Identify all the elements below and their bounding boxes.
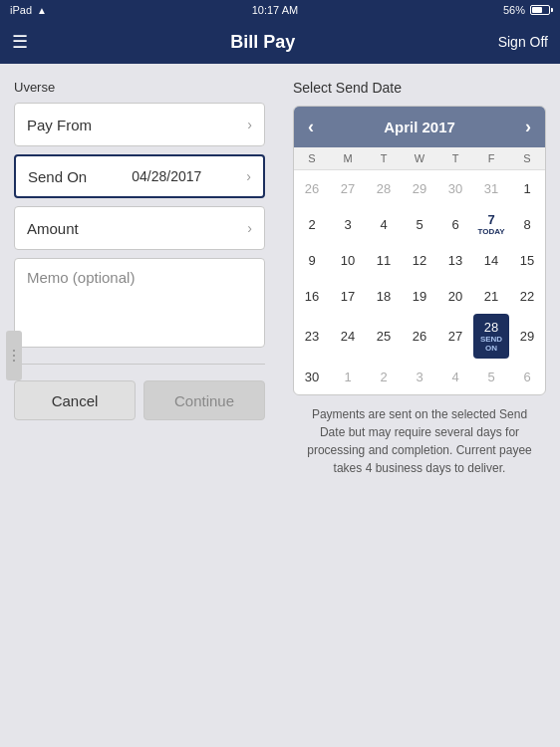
cal-cell[interactable]: 6 — [437, 206, 473, 242]
main-layout: Uverse Pay From › Send On 04/28/2017 › A… — [0, 64, 560, 747]
cal-cell[interactable]: 1 — [330, 359, 366, 394]
battery-percent: 56% — [503, 4, 525, 16]
cal-cell[interactable]: 27 — [330, 170, 366, 206]
day-fri: F — [473, 147, 509, 169]
right-panel: Select Send Date ‹ April 2017 › S M T W … — [279, 64, 560, 747]
cal-cell[interactable]: 5 — [402, 206, 437, 242]
status-bar: iPad ▲ 10:17 AM 56% — [0, 0, 560, 20]
cal-cell[interactable]: 9 — [294, 242, 330, 278]
day-sun: S — [294, 147, 330, 169]
cal-cell[interactable]: 20 — [437, 278, 473, 314]
cal-cell[interactable]: 1 — [509, 170, 545, 206]
today-number: 7 — [487, 212, 494, 227]
today-label: TODAY — [477, 227, 504, 236]
device-label: iPad — [10, 4, 32, 16]
cal-cell[interactable]: 2 — [294, 206, 330, 242]
next-month-button[interactable]: › — [525, 117, 531, 137]
selected-number: 28 — [484, 320, 498, 335]
cal-cell[interactable]: 10 — [330, 242, 366, 278]
page-title: Bill Pay — [230, 32, 295, 53]
cal-cell[interactable]: 6 — [509, 359, 545, 394]
button-row: Cancel Continue — [14, 380, 265, 420]
calendar-grid: 26 27 28 29 30 31 1 2 3 4 5 6 7 TODAY 8 — [294, 170, 545, 394]
wifi-icon: ▲ — [37, 5, 47, 16]
cal-cell-selected[interactable]: 28 SEND ON — [473, 314, 509, 359]
cal-cell[interactable]: 31 — [473, 170, 509, 206]
day-mon: M — [330, 147, 366, 169]
calendar-header: ‹ April 2017 › — [294, 107, 545, 147]
header: ☰ Bill Pay Sign Off — [0, 20, 560, 64]
cal-cell[interactable]: 13 — [437, 242, 473, 278]
prev-month-button[interactable]: ‹ — [308, 117, 314, 137]
cal-cell[interactable]: 30 — [294, 359, 330, 394]
amount-chevron-icon: › — [247, 220, 252, 236]
status-right: 56% — [503, 4, 550, 16]
amount-row[interactable]: Amount › — [14, 206, 265, 250]
cal-cell[interactable]: 23 — [294, 314, 330, 359]
status-left: iPad ▲ — [10, 4, 47, 16]
cal-cell[interactable]: 14 — [473, 242, 509, 278]
calendar: ‹ April 2017 › S M T W T F S 26 27 28 29 — [293, 106, 546, 395]
send-on-chevron-icon: › — [246, 168, 251, 184]
day-tue: T — [366, 147, 402, 169]
cal-cell[interactable]: 12 — [402, 242, 437, 278]
cal-cell[interactable]: 28 — [366, 170, 402, 206]
cal-cell[interactable]: 26 — [402, 314, 437, 359]
cal-cell[interactable]: 4 — [437, 359, 473, 394]
left-panel: Uverse Pay From › Send On 04/28/2017 › A… — [0, 64, 279, 747]
battery-icon — [530, 5, 550, 15]
cal-cell[interactable]: 2 — [366, 359, 402, 394]
amount-label: Amount — [27, 220, 79, 237]
cal-cell[interactable]: 15 — [509, 242, 545, 278]
cal-cell[interactable]: 3 — [330, 206, 366, 242]
calendar-note: Payments are sent on the selected Send D… — [293, 395, 546, 487]
pay-from-label: Pay From — [27, 117, 92, 133]
panel-resize-handle[interactable] — [6, 331, 22, 380]
send-on-badge: SEND ON — [475, 335, 507, 353]
pay-from-chevron-icon: › — [247, 117, 252, 132]
cancel-button[interactable]: Cancel — [14, 380, 136, 420]
section-label: Uverse — [14, 80, 265, 95]
send-on-value: 04/28/2017 — [132, 168, 201, 184]
cal-cell[interactable]: 3 — [402, 359, 437, 394]
cal-cell[interactable]: 29 — [402, 170, 437, 206]
calendar-day-names: S M T W T F S — [294, 147, 545, 170]
cal-cell-today[interactable]: 7 TODAY — [473, 206, 509, 242]
cal-cell[interactable]: 11 — [366, 242, 402, 278]
day-sat: S — [509, 147, 545, 169]
cal-cell[interactable]: 8 — [509, 206, 545, 242]
cal-cell[interactable]: 25 — [366, 314, 402, 359]
memo-field[interactable]: Memo (optional) — [14, 258, 265, 348]
continue-button[interactable]: Continue — [143, 380, 265, 420]
calendar-month-year: April 2017 — [384, 119, 455, 135]
send-on-row[interactable]: Send On 04/28/2017 › — [14, 154, 265, 198]
menu-icon[interactable]: ☰ — [12, 31, 28, 53]
status-time: 10:17 AM — [252, 4, 298, 16]
day-wed: W — [402, 147, 437, 169]
cal-cell[interactable]: 18 — [366, 278, 402, 314]
cal-cell[interactable]: 27 — [437, 314, 473, 359]
cal-cell[interactable]: 30 — [437, 170, 473, 206]
bottom-divider — [14, 364, 265, 365]
cal-cell[interactable]: 21 — [473, 278, 509, 314]
cal-cell[interactable]: 17 — [330, 278, 366, 314]
cal-cell[interactable]: 19 — [402, 278, 437, 314]
cal-cell[interactable]: 29 — [509, 314, 545, 359]
cal-cell[interactable]: 22 — [509, 278, 545, 314]
day-thu: T — [437, 147, 473, 169]
send-on-label: Send On — [28, 168, 87, 185]
pay-from-row[interactable]: Pay From › — [14, 103, 265, 146]
memo-placeholder: Memo (optional) — [27, 269, 135, 286]
cal-cell[interactable]: 5 — [473, 359, 509, 394]
cal-cell[interactable]: 4 — [366, 206, 402, 242]
cal-cell[interactable]: 16 — [294, 278, 330, 314]
calendar-section-label: Select Send Date — [293, 80, 546, 96]
cal-cell[interactable]: 26 — [294, 170, 330, 206]
signoff-button[interactable]: Sign Off — [498, 34, 548, 50]
cal-cell[interactable]: 24 — [330, 314, 366, 359]
